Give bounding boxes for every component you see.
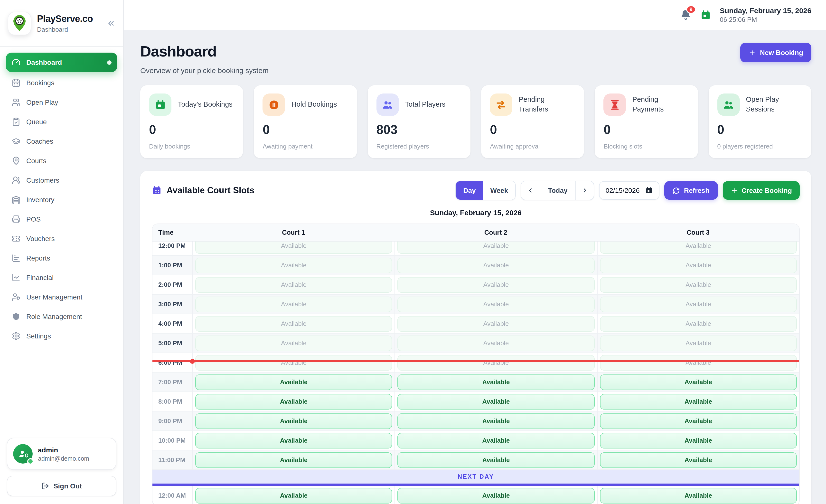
time-label: 4:00 PM bbox=[153, 314, 192, 333]
stat-title: Pending Payments bbox=[632, 95, 689, 114]
sidebar-item-open-play[interactable]: Open Play bbox=[6, 92, 117, 112]
court-2-cell: Available bbox=[395, 256, 597, 275]
log-out-icon bbox=[41, 482, 49, 490]
sidebar-item-bookings[interactable]: Bookings bbox=[6, 73, 117, 92]
sidebar-item-dashboard[interactable]: Dashboard bbox=[6, 53, 117, 72]
slot-pill[interactable]: Available bbox=[195, 433, 392, 448]
sidebar-item-user-management[interactable]: User Management bbox=[6, 287, 117, 307]
slot-pill[interactable]: Available bbox=[600, 488, 797, 503]
slot-pill[interactable]: Available bbox=[398, 394, 595, 409]
slot-pill[interactable]: Available bbox=[398, 488, 595, 503]
prev-day-button[interactable] bbox=[521, 181, 540, 200]
slot-pill[interactable]: Available bbox=[398, 374, 595, 390]
slots-next-day-rows: 12:00 AMAvailableAvailableAvailable bbox=[153, 486, 799, 504]
plus-icon bbox=[749, 49, 756, 56]
sidebar-item-inventory[interactable]: Inventory bbox=[6, 190, 117, 209]
ticket-icon bbox=[12, 234, 20, 243]
view-week-button[interactable]: Week bbox=[483, 181, 516, 200]
sidebar-item-financial[interactable]: Financial bbox=[6, 268, 117, 287]
sidebar-item-role-management[interactable]: Role Management bbox=[6, 307, 117, 326]
gauge-icon bbox=[12, 58, 20, 67]
sidebar-item-label: Coaches bbox=[26, 137, 53, 145]
slot-row-11-00-pm: 11:00 PMAvailableAvailableAvailable bbox=[153, 450, 799, 470]
court-3-cell: Available bbox=[597, 295, 799, 314]
slot-pill: Available bbox=[398, 355, 595, 370]
slot-pill[interactable]: Available bbox=[195, 488, 392, 503]
stat-caption: 0 players registered bbox=[717, 143, 803, 150]
court-2-cell: Available bbox=[395, 392, 597, 411]
court-3-cell: Available bbox=[597, 392, 799, 411]
create-booking-button[interactable]: Create Booking bbox=[722, 181, 800, 200]
slot-pill: Available bbox=[398, 316, 595, 331]
slot-pill[interactable]: Available bbox=[600, 394, 797, 409]
stat-title: Total Players bbox=[405, 100, 446, 109]
sidebar-item-reports[interactable]: Reports bbox=[6, 248, 117, 268]
court-3-cell: Available bbox=[597, 412, 799, 431]
slot-row-3-00-pm: 3:00 PMAvailableAvailableAvailable bbox=[153, 295, 799, 314]
court-1-cell: Available bbox=[192, 486, 395, 504]
next-day-button[interactable] bbox=[576, 181, 594, 200]
slot-pill[interactable]: Available bbox=[600, 413, 797, 429]
court-2-cell: Available bbox=[395, 373, 597, 391]
slot-row-10-00-pm: 10:00 PMAvailableAvailableAvailable bbox=[153, 431, 799, 450]
slot-pill: Available bbox=[600, 296, 797, 312]
column-header-court-3: Court 3 bbox=[597, 224, 799, 241]
view-day-button[interactable]: Day bbox=[456, 181, 483, 200]
sidebar-item-customers[interactable]: Customers bbox=[6, 171, 117, 190]
topbar: 9 Sunday, February 15, 2026 06:25:06 PM bbox=[124, 0, 826, 30]
sign-out-button[interactable]: Sign Out bbox=[7, 476, 116, 496]
refresh-button[interactable]: Refresh bbox=[664, 181, 718, 200]
time-label: 9:00 PM bbox=[153, 412, 192, 431]
slot-pill[interactable]: Available bbox=[195, 452, 392, 468]
slot-pill[interactable]: Available bbox=[195, 394, 392, 409]
slot-pill[interactable]: Available bbox=[600, 452, 797, 468]
calendar-solid-icon bbox=[155, 99, 166, 110]
pickleball-pin-icon bbox=[12, 14, 27, 32]
sidebar-item-courts[interactable]: Courts bbox=[6, 151, 117, 171]
sidebar-nav: DashboardBookingsOpen PlayQueueCoachesCo… bbox=[0, 47, 123, 346]
date-input[interactable]: 02/15/2026 bbox=[599, 181, 660, 200]
calendar-icon bbox=[700, 9, 711, 20]
user-card: admin admin@demo.com bbox=[7, 438, 116, 470]
today-button[interactable]: Today bbox=[540, 181, 575, 200]
new-booking-button[interactable]: New Booking bbox=[741, 43, 811, 62]
slot-row-5-00-pm: 5:00 PMAvailableAvailableAvailable bbox=[153, 333, 799, 353]
new-booking-label: New Booking bbox=[760, 49, 803, 57]
slot-pill[interactable]: Available bbox=[195, 374, 392, 390]
court-2-cell: Available bbox=[395, 431, 597, 450]
slot-row-4-00-pm: 4:00 PMAvailableAvailableAvailable bbox=[153, 314, 799, 333]
user-cog-icon bbox=[12, 293, 20, 301]
slot-pill: Available bbox=[398, 257, 595, 273]
sidebar: PlayServe.co Dashboard DashboardBookings… bbox=[0, 0, 124, 504]
slot-pill[interactable]: Available bbox=[398, 413, 595, 429]
sidebar-item-label: Settings bbox=[26, 332, 51, 340]
graduation-cap-icon bbox=[12, 137, 20, 145]
chevron-right-icon bbox=[582, 187, 588, 194]
pause-circle-icon bbox=[269, 99, 280, 110]
slot-pill[interactable]: Available bbox=[195, 413, 392, 429]
court-2-cell: Available bbox=[395, 275, 597, 294]
sidebar-item-label: Open Play bbox=[26, 99, 58, 106]
time-label: 8:00 PM bbox=[153, 392, 192, 411]
slots-rows: 12:00 PMAvailableAvailableAvailable1:00 … bbox=[153, 242, 799, 470]
slot-pill: Available bbox=[600, 355, 797, 370]
court-1-cell: Available bbox=[192, 431, 395, 450]
slot-pill[interactable]: Available bbox=[600, 374, 797, 390]
sidebar-item-pos[interactable]: POS bbox=[6, 209, 117, 229]
current-time: 06:25:06 PM bbox=[720, 16, 811, 23]
sidebar-item-label: POS bbox=[26, 215, 41, 223]
date-input-value: 02/15/2026 bbox=[606, 187, 640, 194]
slot-pill[interactable]: Available bbox=[398, 433, 595, 448]
sidebar-item-settings[interactable]: Settings bbox=[6, 326, 117, 346]
next-day-divider: NEXT DAY bbox=[153, 470, 799, 486]
sidebar-collapse-button[interactable] bbox=[107, 19, 115, 27]
time-label: 3:00 PM bbox=[153, 295, 192, 314]
sidebar-item-queue[interactable]: Queue bbox=[6, 112, 117, 131]
sidebar-item-coaches[interactable]: Coaches bbox=[6, 131, 117, 151]
sidebar-item-vouchers[interactable]: Vouchers bbox=[6, 229, 117, 248]
slot-pill: Available bbox=[398, 335, 595, 351]
slot-pill: Available bbox=[600, 257, 797, 273]
slot-pill[interactable]: Available bbox=[600, 433, 797, 448]
slot-pill[interactable]: Available bbox=[398, 452, 595, 468]
notifications-bell-button[interactable]: 9 bbox=[680, 9, 692, 21]
